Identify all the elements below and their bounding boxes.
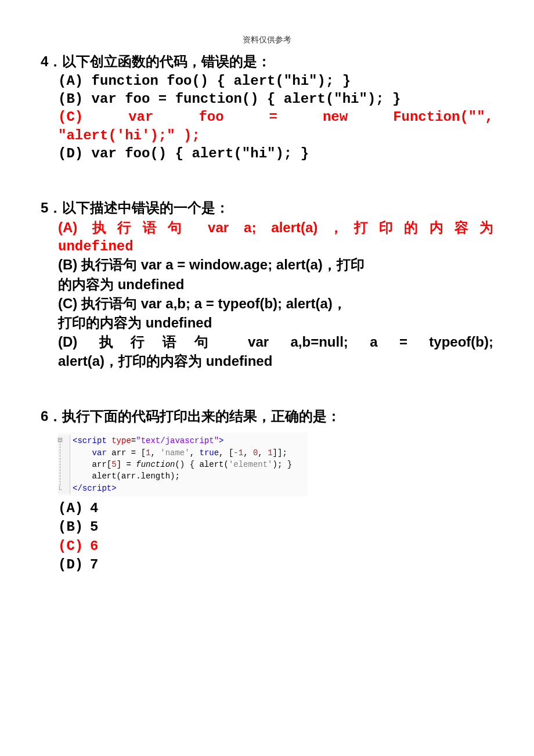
q6-option-d: (D)7 — [58, 556, 493, 574]
q6-option-b: (B)5 — [58, 518, 493, 537]
q5-options: (A) 执行语句 var a; alert(a)，打印的内容为 undefine… — [58, 218, 493, 372]
code-lines: <script type="text/javascript"> var arr … — [70, 435, 308, 494]
code-line-1: <script type="text/javascript"> — [73, 435, 308, 447]
q5-option-a-line2: undefined — [58, 237, 493, 255]
question-4: 4．以下创立函数的代码，错误的是： (A) function foo() { a… — [41, 51, 493, 163]
q5-option-c-line2: 打印的内容为 undefined — [58, 314, 493, 333]
q6-d-label: (D) — [58, 556, 90, 574]
fold-end-icon: └ — [57, 486, 62, 493]
q6-a-label: (A) — [58, 499, 90, 518]
q6-d-val: 7 — [90, 557, 98, 573]
q4-option-c-line2: "alert('hi');" ); — [58, 127, 493, 145]
q5-option-b-line2: 的内容为 undefined — [58, 275, 493, 294]
code-snippet: ⊟ └ <script type="text/javascript"> var … — [58, 433, 308, 496]
q6-a-val: 4 — [90, 501, 98, 516]
q5-b2-text: 的内容为 undefined — [58, 276, 184, 292]
q5-d2-text: alert(a)，打印的内容为 undefined — [58, 353, 272, 369]
q6-c-label: (C) — [58, 537, 90, 556]
q5-option-d-line1: (D) 执行语句 var a,b=null; a = typeof(b); — [58, 333, 493, 352]
code-line-2: var arr = [1, 'name', true, [-1, 0, 1]]; — [73, 447, 308, 459]
code-attr-val: "text/javascript" — [136, 436, 219, 445]
q4-option-d: (D) var foo() { alert("hi"); } — [58, 145, 493, 163]
q4-title: 4．以下创立函数的代码，错误的是： — [41, 51, 493, 72]
code-line-5: </script> — [73, 483, 308, 494]
q5-c2-text: 打印的内容为 undefined — [58, 315, 212, 330]
q6-option-c: (C)6 — [58, 537, 493, 556]
q6-b-val: 5 — [90, 519, 98, 535]
q6-title: 6．执行下面的代码打印出来的结果，正确的是： — [41, 406, 493, 427]
q5-d1-text: (D) 执行语句 var a,b=null; a = typeof(b); — [58, 334, 493, 350]
page-header: 资料仅供参考 — [41, 35, 493, 45]
q6-option-a: (A)4 — [58, 499, 493, 518]
q6-options: (A)4 (B)5 (C)6 (D)7 — [58, 499, 493, 575]
q5-a-text: (A) 执行语句 var a; alert(a)，打印的内容为 — [58, 219, 493, 235]
q5-title: 5．以下描述中错误的一个是： — [41, 197, 493, 218]
q5-option-c-line1: (C) 执行语句 var a,b; a = typeof(b); alert(a… — [58, 294, 493, 314]
code-line-3: arr[5] = function() { alert('element'); … — [73, 459, 308, 470]
q4-options: (A) function foo() { alert("hi"); } (B) … — [58, 72, 493, 163]
q5-option-d-line2: alert(a)，打印的内容为 undefined — [58, 352, 493, 371]
q6-c-val: 6 — [90, 538, 98, 554]
q4-option-a: (A) function foo() { alert("hi"); } — [58, 72, 493, 90]
fold-line — [60, 438, 60, 491]
q5-option-a-line1: (A) 执行语句 var a; alert(a)，打印的内容为 — [58, 218, 493, 237]
q5-b1-text: (B) 执行语句 var a = window.age; alert(a)，打印 — [58, 257, 365, 272]
q5-c1-text: (C) 执行语句 var a,b; a = typeof(b); alert(a… — [58, 296, 347, 311]
code-gutter: ⊟ └ — [58, 435, 70, 494]
q4-option-b: (B) var foo = function() { alert("hi"); … — [58, 90, 493, 108]
page-content: 资料仅供参考 4．以下创立函数的代码，错误的是： (A) function fo… — [0, 0, 534, 644]
question-5: 5．以下描述中错误的一个是： (A) 执行语句 var a; alert(a)，… — [41, 197, 493, 372]
q5-option-b-line1: (B) 执行语句 var a = window.age; alert(a)，打印 — [58, 255, 493, 275]
q6-b-label: (B) — [58, 518, 90, 537]
code-line-4: alert(arr.length); — [73, 470, 308, 482]
q4-option-c-line1: (C) var foo = new Function("", — [58, 108, 493, 126]
question-6: 6．执行下面的代码打印出来的结果，正确的是： ⊟ └ <script type=… — [41, 406, 493, 574]
